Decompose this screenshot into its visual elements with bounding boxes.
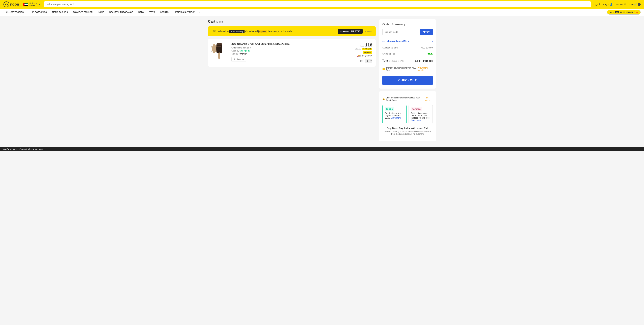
deliver-to-text: Deliver to Dubai [30, 2, 37, 7]
view-offers-row[interactable]: 🏷 View Available Offers › [382, 38, 433, 45]
arabic-link[interactable]: العربية [593, 3, 600, 6]
offers-label: View Available Offers [387, 40, 430, 42]
svg-line-13 [212, 49, 212, 49]
nav-womens-fashion[interactable]: WOMEN'S FASHION [70, 9, 95, 16]
tabby-logo: tabby [385, 107, 394, 111]
cart-badge: 1 [638, 3, 641, 6]
cashback-payment-card: 💰 Earn 5% cashback with Mashreq noon Cre… [379, 91, 436, 141]
svg-line-15 [212, 51, 212, 52]
discount-badge: 54% OFF [362, 48, 372, 50]
nav-beauty[interactable]: BEAUTY & FRAGRANCE [107, 9, 136, 16]
nav-health[interactable]: HEALTH & NUTRITION [171, 9, 198, 16]
tamara-learn-more[interactable]: Learn more [411, 119, 421, 122]
svg-point-3 [216, 43, 222, 45]
shipping-row: Shipping Fee FREE [382, 51, 433, 57]
svg-line-14 [212, 50, 212, 50]
cart-title: Cart (1 item) [208, 19, 376, 24]
emi-title: Buy Now, Pay Later With noon EMI [382, 126, 433, 130]
coupon-input[interactable] [382, 29, 418, 35]
trash-icon: 🗑 [234, 58, 236, 60]
promo-code-section: Use code: FIRST15 T&Cs apply [338, 29, 372, 34]
express-tag: express [362, 51, 372, 54]
product-name: JOY Ceramic Dryer And Styler 2 In 1 Blac… [232, 42, 352, 45]
logo[interactable]: noon [3, 1, 19, 8]
cart-button[interactable]: Cart 🛒 1 [630, 3, 641, 6]
apply-coupon-button[interactable]: APPLY [420, 29, 433, 35]
svg-rect-4 [218, 52, 220, 59]
terms-text: T&Cs apply [364, 30, 372, 32]
seller-info: Sold by ROZANA [232, 53, 352, 55]
product-svg [211, 42, 225, 62]
payment-options: tabby Pay 4 interest free payments of AE… [382, 105, 433, 124]
navigation: ALL CATEGORIES ▼ ELECTRONICS MEN'S FASHI… [0, 9, 644, 16]
express-tag-container: express [355, 51, 372, 54]
cashback-info: 💰 Earn 5% cashback with Mashreq noon Cre… [382, 94, 433, 103]
qty-label: Qty [360, 60, 363, 62]
original-price: 261.00 [355, 48, 361, 50]
express-badge: express [258, 30, 268, 33]
tabby-learn-more[interactable]: Learn more [390, 117, 401, 119]
cashback-icon: 💰 [382, 98, 385, 100]
product-info: JOY Ceramic Dryer And Styler 2 In 1 Blac… [232, 42, 352, 62]
chevron-down-icon: ▼ [25, 11, 27, 14]
summary-card: Order Summary APPLY 🏷 View Available Off… [379, 19, 436, 88]
price-amount: 118 [365, 42, 372, 48]
nav-baby[interactable]: BABY [136, 9, 147, 16]
tamara-logo: tamara [411, 107, 422, 111]
nav-toys[interactable]: TOYS [147, 9, 158, 16]
nav-home[interactable]: HOME [95, 9, 107, 16]
svg-point-0 [4, 2, 9, 7]
total-amount: AED 118.00 [414, 59, 433, 63]
uae-flag [23, 3, 28, 6]
tamara-card: tamara Split in 4 payments of AED 29.50.… [408, 105, 433, 124]
chevron-right-icon: › [432, 40, 433, 43]
tc-apply-link[interactable]: T&C apply. [425, 96, 433, 101]
deliver-to[interactable]: Deliver to Dubai ▼ [22, 2, 42, 8]
noon-logo-icon [3, 1, 10, 8]
price-display: AED 118 [355, 42, 372, 48]
payment-plans-info: 💳 Monthly payment plans from AED 500 Vie… [382, 66, 433, 73]
cart-icon: 🛒 [634, 3, 637, 6]
quantity-stepper[interactable]: 1 2 3 4 5 [364, 59, 372, 63]
tamara-text: Split in 4 payments of AED 29.50. No int… [411, 112, 430, 122]
status-bar: https://www.noon.com/uae-en/welcome-new-… [0, 147, 644, 150]
emi-desc: Available when you spend AED 500 with se… [382, 130, 433, 135]
wishlist-button[interactable]: Wishlist ♡ [616, 3, 626, 6]
heart-icon: ♡ [624, 3, 626, 6]
search-input[interactable] [44, 1, 591, 8]
currency-label: AED [360, 44, 364, 47]
search-bar[interactable] [44, 1, 591, 8]
coupon-row: APPLY [382, 29, 433, 35]
payment-icon: 💳 [382, 68, 385, 70]
remove-button[interactable]: 🗑 Remove [232, 57, 246, 62]
view-more-details-link[interactable]: View more details [418, 67, 433, 72]
quantity-section: Qty 1 2 3 4 5 [355, 59, 372, 63]
summary-title: Order Summary [382, 23, 433, 26]
checkout-button[interactable]: CHECKOUT [382, 76, 433, 85]
truck-icon: 🚚 [357, 55, 360, 57]
all-categories-nav[interactable]: ALL CATEGORIES ▼ [3, 9, 30, 16]
price-meta: 261.00 54% OFF [355, 48, 372, 50]
delivery-info: Order in the next 16 m [232, 46, 352, 49]
promo-code: Use code: FIRST15 [338, 29, 363, 34]
offers-icon: 🏷 [382, 40, 386, 43]
price-section: AED 118 261.00 54% OFF express 🚚 Free De… [355, 42, 372, 63]
nav-electronics[interactable]: ELECTRONICS [30, 9, 50, 16]
svg-point-9 [212, 44, 216, 53]
nav-mens-fashion[interactable]: MEN'S FASHION [50, 9, 70, 16]
product-image [211, 42, 228, 63]
subtotal-row: Subtotal (1 item) AED 118.00 [382, 45, 433, 51]
user-icon: 👤 [610, 3, 613, 6]
noon-one-badge[interactable]: noon one FREE DELIVERY 🔥 [607, 10, 641, 14]
order-summary: Order Summary APPLY 🏷 View Available Off… [379, 19, 436, 144]
login-button[interactable]: Log in 👤 [603, 3, 612, 6]
tabby-text: Pay 4 interest free payments of AED 29.5… [385, 112, 404, 119]
total-row: Total (Inclusive of VAT) AED 118.00 [382, 57, 433, 66]
nav-more-icon[interactable]: › [198, 11, 200, 14]
cart-section: Cart (1 item) 15% cashback + Free delive… [208, 19, 376, 144]
svg-line-12 [212, 48, 212, 48]
free-delivery-badge: Free delivery [229, 30, 244, 33]
nav-sports[interactable]: SPORTS [158, 9, 171, 16]
fire-icon: 🔥 [636, 11, 638, 14]
chevron-down-icon: ▼ [38, 4, 40, 5]
